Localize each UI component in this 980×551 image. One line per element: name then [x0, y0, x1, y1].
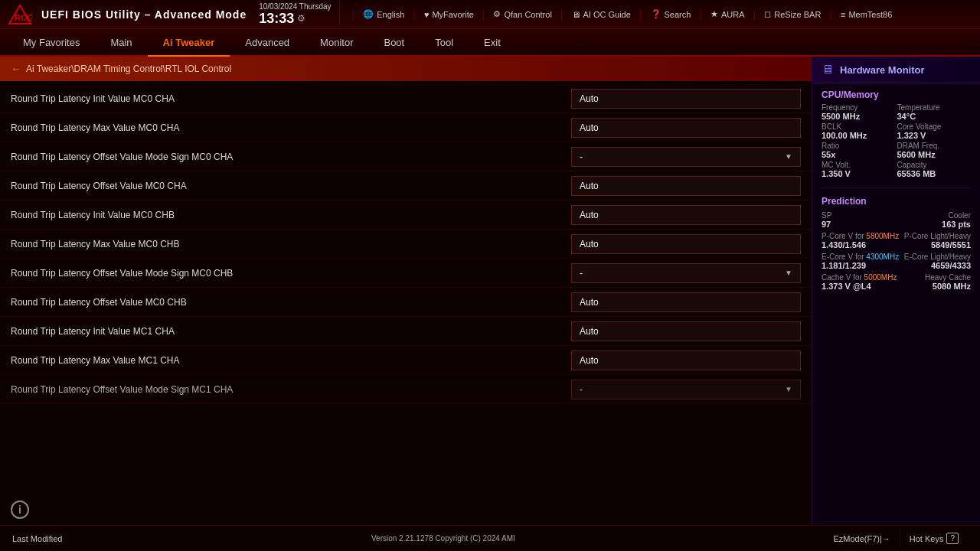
- hw-capacity-label: Capacity 65536 MB: [897, 161, 972, 178]
- setting-value-3[interactable]: Auto: [571, 176, 801, 196]
- cache-freq-link[interactable]: 5000MHz: [864, 273, 897, 282]
- setting-label-7: Round Trip Latency Offset Value MC0 CHB: [11, 297, 571, 308]
- setting-row-8[interactable]: Round Trip Latency Init Value MC1 CHA Au…: [0, 317, 812, 346]
- ezmode-button[interactable]: EzMode(F7)|→: [824, 531, 899, 546]
- setting-row-0[interactable]: Round Trip Latency Init Value MC0 CHA Au…: [0, 84, 812, 113]
- tab-tool[interactable]: Tool: [420, 29, 469, 57]
- hw-frequency-label: Frequency 5500 MHz: [822, 103, 896, 121]
- info-bar: i: [0, 494, 812, 525]
- value-box-8[interactable]: Auto: [571, 321, 801, 341]
- back-button[interactable]: ←: [11, 63, 21, 75]
- breadcrumb: ← Ai Tweaker\DRAM Timing Control\RTL IOL…: [0, 57, 812, 81]
- setting-value-1[interactable]: Auto: [571, 118, 801, 138]
- tab-favorites[interactable]: My Favorites: [8, 29, 95, 57]
- resize-icon: ◻: [764, 9, 771, 19]
- nav-search[interactable]: ❓ Search: [647, 8, 695, 21]
- monitor-display-icon: 🖥: [822, 63, 834, 77]
- tab-monitor[interactable]: Monitor: [305, 29, 368, 57]
- cpu-memory-section-title: CPU/Memory: [812, 83, 980, 103]
- nav-resizebar[interactable]: ◻ ReSize BAR: [760, 8, 825, 21]
- tab-exit[interactable]: Exit: [469, 29, 516, 57]
- value-box-7[interactable]: Auto: [571, 292, 801, 312]
- setting-row-6[interactable]: Round Trip Latency Offset Value Mode Sig…: [0, 259, 812, 288]
- setting-row-7[interactable]: Round Trip Latency Offset Value MC0 CHB …: [0, 288, 812, 317]
- setting-label-2: Round Trip Latency Offset Value Mode Sig…: [11, 152, 571, 162]
- memtest-icon: ≡: [841, 10, 845, 19]
- bios-title: UEFI BIOS Utility – Advanced Mode: [41, 8, 247, 21]
- setting-row-9[interactable]: Round Trip Latency Max Value MC1 CHA Aut…: [0, 346, 812, 375]
- datetime-block: 10/03/2024 Thursday 13:33 ⚙: [259, 2, 339, 27]
- setting-value-2[interactable]: - ▼: [571, 147, 801, 167]
- tab-boot[interactable]: Boot: [368, 29, 420, 57]
- setting-label-4: Round Trip Latency Init Value MC0 CHB: [11, 210, 571, 220]
- setting-value-0[interactable]: Auto: [571, 89, 801, 109]
- globe-icon: 🌐: [363, 9, 374, 19]
- ecore-freq-link[interactable]: 4300MHz: [866, 253, 899, 261]
- setting-value-9[interactable]: Auto: [571, 350, 801, 370]
- nav-qfan[interactable]: ⚙ Qfan Control: [489, 8, 555, 21]
- monitor-icon: 🖥: [572, 10, 580, 19]
- value-box-3[interactable]: Auto: [571, 176, 801, 196]
- hotkeys-icon: ?: [946, 533, 959, 544]
- dropdown-10[interactable]: - ▼: [571, 380, 801, 399]
- hw-mcvolt-label: MC Volt. 1.350 V: [822, 161, 896, 178]
- value-box-5[interactable]: Auto: [571, 234, 801, 254]
- tab-aitweaker[interactable]: Ai Tweaker: [148, 29, 230, 57]
- pred-pcore-row: P-Core V for 5800MHz 1.430/1.546 P-Core …: [812, 230, 980, 251]
- setting-value-5[interactable]: Auto: [571, 234, 801, 254]
- hw-ratio-label: Ratio 55x: [822, 142, 896, 159]
- dropdown-6[interactable]: - ▼: [571, 263, 801, 283]
- last-modified-label[interactable]: Last Modified: [12, 534, 62, 543]
- setting-row-10[interactable]: Round Trip Latency Offset Value Mode Sig…: [0, 375, 812, 404]
- nav-myfavorite[interactable]: ♥ MyFavorite: [420, 8, 478, 21]
- info-button[interactable]: i: [11, 500, 29, 519]
- time-text: 13:33: [259, 11, 294, 27]
- setting-row-5[interactable]: Round Trip Latency Max Value MC0 CHB Aut…: [0, 230, 812, 259]
- setting-row-1[interactable]: Round Trip Latency Max Value MC0 CHA Aut…: [0, 113, 812, 142]
- hw-temperature-label: Temperature 34°C: [897, 103, 972, 121]
- setting-row-3[interactable]: Round Trip Latency Offset Value MC0 CHA …: [0, 171, 812, 201]
- rog-logo-icon: ROG: [8, 4, 32, 25]
- chevron-down-icon-10: ▼: [785, 385, 792, 393]
- setting-row-4[interactable]: Round Trip Latency Init Value MC0 CHB Au…: [0, 201, 812, 230]
- date-text: 10/03/2024 Thursday: [259, 2, 331, 11]
- tab-main[interactable]: Main: [95, 29, 147, 57]
- copyright-text: Version 2.21.1278 Copyright (C) 2024 AMI: [62, 534, 824, 543]
- tab-advanced[interactable]: Advanced: [230, 29, 305, 57]
- setting-label-0: Round Trip Latency Init Value MC0 CHA: [11, 93, 571, 104]
- value-box-0[interactable]: Auto: [571, 89, 801, 109]
- hw-monitor-header: 🖥 Hardware Monitor: [812, 57, 980, 83]
- pred-cache-row: Cache V for 5000MHz 1.373 V @L4 Heavy Ca…: [812, 272, 980, 292]
- setting-value-7[interactable]: Auto: [571, 292, 801, 312]
- svg-text:ROG: ROG: [15, 13, 32, 22]
- pred-sp-row: SP 97 Cooler 163 pts: [812, 210, 980, 230]
- question-icon: ❓: [651, 9, 662, 19]
- hw-monitor-title: Hardware Monitor: [840, 64, 925, 76]
- nav-english[interactable]: 🌐 English: [359, 8, 408, 21]
- nav-aioc[interactable]: 🖥 AI OC Guide: [568, 8, 635, 21]
- settings-list: Round Trip Latency Init Value MC0 CHA Au…: [0, 81, 812, 494]
- fan-icon: ⚙: [493, 9, 501, 19]
- hw-bclk-label: BCLK 100.00 MHz: [822, 122, 896, 140]
- setting-value-6[interactable]: - ▼: [571, 263, 801, 283]
- setting-value-8[interactable]: Auto: [571, 321, 801, 341]
- right-panel: 🖥 Hardware Monitor CPU/Memory Frequency …: [812, 57, 980, 525]
- settings-icon[interactable]: ⚙: [297, 13, 305, 24]
- setting-row-2[interactable]: Round Trip Latency Offset Value Mode Sig…: [0, 142, 812, 171]
- hw-dramfreq-label: DRAM Freq. 5600 MHz: [897, 142, 972, 159]
- nav-aura[interactable]: ★ AURA: [707, 8, 749, 21]
- setting-label-6: Round Trip Latency Offset Value Mode Sig…: [11, 268, 571, 279]
- main-nav: My Favorites Main Ai Tweaker Advanced Mo…: [0, 29, 980, 57]
- setting-label-3: Round Trip Latency Offset Value MC0 CHA: [11, 181, 571, 191]
- chevron-down-icon: ▼: [785, 152, 792, 161]
- setting-value-10[interactable]: - ▼: [571, 380, 801, 399]
- value-box-1[interactable]: Auto: [571, 118, 801, 138]
- setting-value-4[interactable]: Auto: [571, 205, 801, 225]
- value-box-9[interactable]: Auto: [571, 350, 801, 370]
- pcore-freq-link[interactable]: 5800MHz: [866, 232, 899, 240]
- value-box-4[interactable]: Auto: [571, 205, 801, 225]
- footer: Last Modified Version 2.21.1278 Copyrigh…: [0, 525, 980, 551]
- hotkeys-button[interactable]: Hot Keys ?: [900, 530, 968, 547]
- dropdown-2[interactable]: - ▼: [571, 147, 801, 167]
- nav-memtest[interactable]: ≡ MemTest86: [837, 8, 896, 21]
